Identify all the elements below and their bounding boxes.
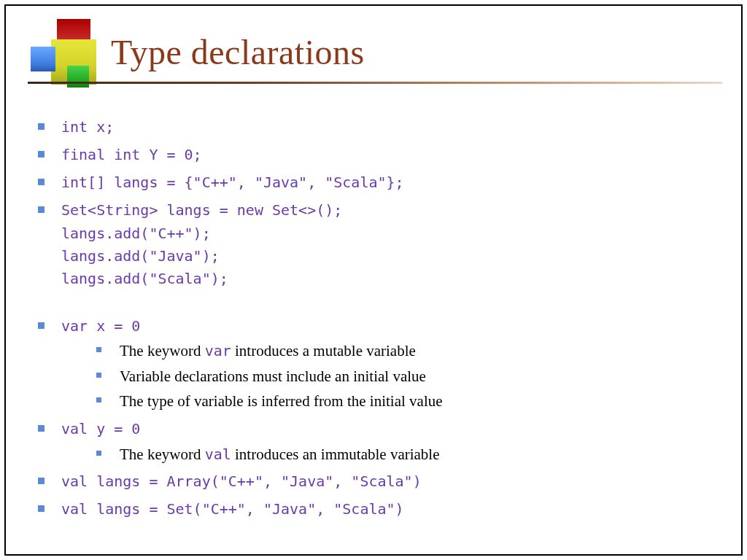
list-item: int x; [35, 115, 721, 139]
list-item: Set<String> langs = new Set<>(); langs.a… [35, 198, 721, 289]
code-text: var x = 0 [61, 317, 140, 335]
slide-content: int x; final int Y = 0; int[] langs = {"… [35, 115, 721, 525]
list-item: val langs = Array("C++", "Java", "Scala"… [35, 470, 721, 493]
sub-bullet-list: The keyword var introduces a mutable var… [61, 340, 721, 412]
body-text: The keyword [120, 446, 205, 463]
list-item: The keyword var introduces a mutable var… [93, 340, 721, 362]
list-item: final int Y = 0; [35, 143, 721, 166]
code-text: langs.add("Java"); [61, 246, 721, 267]
bullet-list: var x = 0 The keyword var introduces a m… [35, 314, 721, 521]
code-text: langs.add("Scala"); [61, 268, 721, 289]
code-text: val y = 0 [61, 420, 140, 438]
code-text: Set<String> langs = new Set<>(); [61, 201, 342, 219]
spacer [35, 294, 721, 314]
code-text: val langs = Array("C++", "Java", "Scala"… [61, 472, 422, 490]
list-item: Variable declarations must include an in… [93, 365, 721, 387]
list-item: The type of variable is inferred from th… [93, 390, 721, 412]
code-text: int[] langs = {"C++", "Java", "Scala"}; [61, 174, 404, 191]
body-text: introduces an immutable variable [231, 446, 440, 463]
slide-frame: Type declarations int x; final int Y = 0… [4, 4, 743, 556]
code-text: final int Y = 0; [61, 146, 202, 163]
logo-icon [29, 19, 117, 92]
logo-green-square [67, 66, 89, 88]
logo-blue-square [31, 47, 55, 71]
list-item: val y = 0 The keyword val introduces an … [35, 417, 721, 465]
code-text: var [205, 342, 231, 359]
code-text: val [205, 446, 231, 463]
body-text: introduces a mutable variable [231, 342, 416, 359]
bullet-list: int x; final int Y = 0; int[] langs = {"… [35, 115, 721, 289]
sub-bullet-list: The keyword val introduces an immutable … [61, 443, 721, 465]
list-item: int[] langs = {"C++", "Java", "Scala"}; [35, 171, 721, 194]
body-text: Variable declarations must include an in… [120, 368, 426, 385]
body-text: The type of variable is inferred from th… [120, 392, 443, 410]
title-underline [28, 82, 722, 84]
code-text: val langs = Set("C++", "Java", "Scala") [61, 500, 404, 518]
list-item: The keyword val introduces an immutable … [93, 443, 721, 465]
code-text: langs.add("C++"); [61, 223, 721, 244]
body-text: The keyword [120, 342, 205, 359]
code-text: int x; [61, 118, 114, 136]
slide-title: Type declarations [111, 32, 365, 72]
list-item: var x = 0 The keyword var introduces a m… [35, 314, 721, 413]
list-item: val langs = Set("C++", "Java", "Scala") [35, 497, 721, 521]
